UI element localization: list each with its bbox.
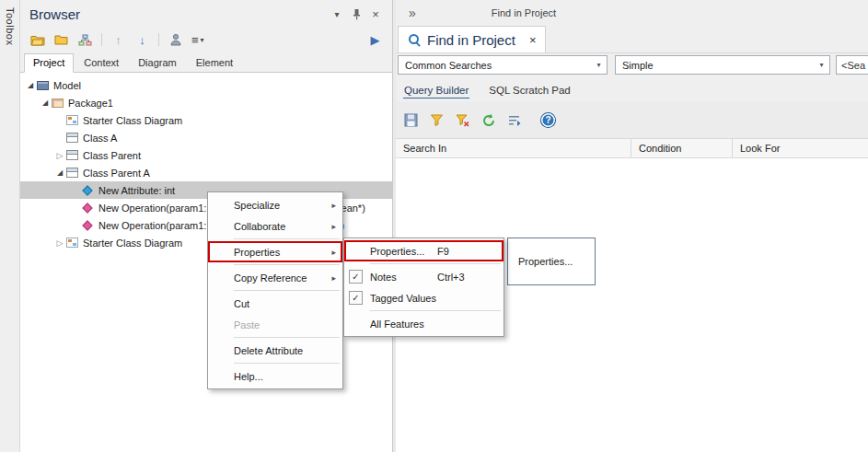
search-toolbar: ?: [396, 102, 868, 138]
common-searches-combobox[interactable]: Common Searches ▾: [398, 55, 608, 75]
expanded-expander-icon[interactable]: ◢: [39, 99, 52, 107]
hamburger-menu-icon[interactable]: ≡ ▾: [191, 32, 204, 48]
help-icon[interactable]: ?: [541, 113, 555, 127]
menu-item-properties[interactable]: Properties...F9: [344, 240, 503, 261]
save-icon[interactable]: [403, 112, 419, 128]
dock-header: » Find in Project: [396, 0, 868, 26]
tree-item-class-parent[interactable]: ▷Class Parent: [20, 146, 392, 164]
folder-icon[interactable]: [53, 32, 69, 48]
menu-separator: [234, 363, 340, 364]
class-icon: [66, 133, 78, 143]
find-in-project-tab[interactable]: Find in Project ×: [398, 26, 546, 52]
tree-item-class-a[interactable]: Class A: [20, 129, 392, 146]
checkbox-checked-icon[interactable]: ✓: [349, 270, 363, 284]
column-header-condition[interactable]: Condition: [631, 139, 732, 157]
collapse-panel-icon[interactable]: »: [409, 6, 416, 20]
menu-item-tagged-values[interactable]: ✓Tagged Values: [344, 287, 503, 308]
find-tab-label: Find in Project: [427, 32, 515, 48]
search-mode-combobox[interactable]: Simple ▾: [615, 55, 830, 75]
navigate-down-icon[interactable]: ↓: [134, 32, 150, 48]
menu-item-specialize[interactable]: Specialize▸: [208, 194, 342, 215]
menu-item-notes[interactable]: ✓NotesCtrl+3: [344, 266, 503, 287]
browser-toolbar: ↑ ↓ ≡ ▾ ▶: [20, 28, 392, 52]
model-icon: [37, 81, 49, 90]
search-options-row: Common Searches ▾ Simple ▾ <Sea: [396, 53, 868, 78]
collapsed-expander-icon[interactable]: ▷: [53, 151, 66, 160]
menu-item-cut[interactable]: Cut: [208, 293, 342, 314]
tab-query-builder[interactable]: Query Builder: [403, 83, 469, 99]
properties-submenu: Properties...F9✓NotesCtrl+3✓Tagged Value…: [343, 238, 504, 337]
menu-item-all-features[interactable]: All Features: [344, 313, 503, 334]
tab-diagram[interactable]: Diagram: [129, 53, 186, 73]
pin-icon[interactable]: [349, 8, 364, 20]
tree-item-package1[interactable]: ◢Package1: [20, 94, 392, 111]
tree-item-label: Class Parent: [83, 150, 141, 161]
menu-shortcut: Ctrl+3: [437, 272, 491, 283]
menu-item-delete-attribute[interactable]: Delete Attribute: [208, 340, 342, 361]
menu-separator: [234, 264, 340, 265]
tab-sql-scratch-pad[interactable]: SQL Scratch Pad: [488, 83, 571, 98]
menu-separator: [234, 337, 340, 338]
tree-item-label: Starter Class Diagram: [83, 238, 182, 249]
toolbox-label: Toolbox: [5, 7, 16, 45]
column-header-search-in[interactable]: Search In: [396, 139, 631, 157]
menu-item-label: Properties: [234, 247, 280, 258]
browser-title: Browser: [29, 6, 80, 22]
close-panel-icon[interactable]: ×: [368, 7, 383, 21]
tree-item-label: Package1: [68, 98, 113, 109]
clipped-search-control[interactable]: <Sea: [836, 55, 868, 75]
browser-header: Browser ▾ ×: [20, 0, 392, 28]
open-folder-icon[interactable]: [29, 32, 45, 48]
close-tab-icon[interactable]: ×: [529, 33, 537, 47]
diagram-icon: [66, 238, 78, 248]
submenu-arrow-icon: ▸: [331, 273, 336, 283]
user-icon[interactable]: [168, 32, 183, 48]
menu-separator: [234, 290, 340, 291]
panel-tab-bar: Find in Project ×: [396, 26, 868, 53]
find-in-project-panel: » Find in Project Find in Project × Comm…: [396, 0, 868, 452]
filter-clear-icon[interactable]: [455, 112, 470, 128]
tree-item-starter-class-diagram[interactable]: Starter Class Diagram: [20, 111, 392, 129]
column-header-look-for[interactable]: Look For: [732, 139, 868, 157]
tree-item-class-parent-a[interactable]: ◢Class Parent A: [20, 164, 392, 181]
combo-dropdown-arrow-icon[interactable]: ▾: [591, 56, 607, 74]
expanded-expander-icon[interactable]: ◢: [53, 168, 66, 177]
filter-icon[interactable]: [429, 112, 445, 128]
tooltip-text: Properties...: [518, 256, 573, 267]
menu-separator: [370, 263, 501, 264]
menu-item-properties[interactable]: Properties▸: [208, 241, 342, 262]
diagram-list-icon[interactable]: [77, 32, 93, 48]
forward-icon[interactable]: ▶: [367, 32, 383, 48]
view-tab-bar: Query BuilderSQL Scratch Pad: [396, 78, 868, 102]
window-menu-icon[interactable]: ▾: [330, 9, 344, 19]
menu-item-label: Notes: [370, 272, 397, 283]
grouping-icon[interactable]: [506, 112, 522, 128]
tree-item-label: Starter Class Diagram: [83, 115, 182, 126]
menu-separator: [370, 310, 501, 311]
dock-title: Find in Project: [492, 7, 556, 18]
toolbox-dock-tab[interactable]: Toolbox: [0, 0, 20, 452]
checkbox-checked-icon[interactable]: ✓: [349, 291, 363, 305]
combo-value: Simple: [622, 60, 654, 71]
properties-tooltip: Properties...: [507, 238, 596, 285]
navigate-up-icon[interactable]: ↑: [110, 32, 126, 48]
tab-project[interactable]: Project: [24, 53, 74, 73]
menu-item-label: Specialize: [234, 200, 280, 211]
menu-item-label: Properties...: [370, 246, 424, 257]
menu-item-copy-reference[interactable]: Copy Reference▸: [208, 267, 342, 288]
package-icon: [52, 99, 64, 108]
collapsed-expander-icon[interactable]: ▷: [53, 238, 66, 248]
expanded-expander-icon[interactable]: ◢: [24, 81, 37, 89]
tree-item-model[interactable]: ◢Model: [20, 76, 392, 94]
tree-item-label: Class Parent A: [83, 168, 150, 179]
menu-item-collaborate[interactable]: Collaborate▸: [208, 215, 342, 237]
menu-item-help[interactable]: Help...: [208, 365, 342, 387]
combo-dropdown-arrow-icon[interactable]: ▾: [814, 56, 829, 74]
toolbar-separator: [101, 33, 102, 46]
tab-element[interactable]: Element: [187, 53, 242, 73]
attribute-icon: [82, 185, 92, 195]
menu-shortcut: F9: [437, 246, 491, 257]
class-icon: [66, 168, 78, 178]
tab-context[interactable]: Context: [75, 53, 128, 73]
refresh-icon[interactable]: [480, 112, 496, 128]
